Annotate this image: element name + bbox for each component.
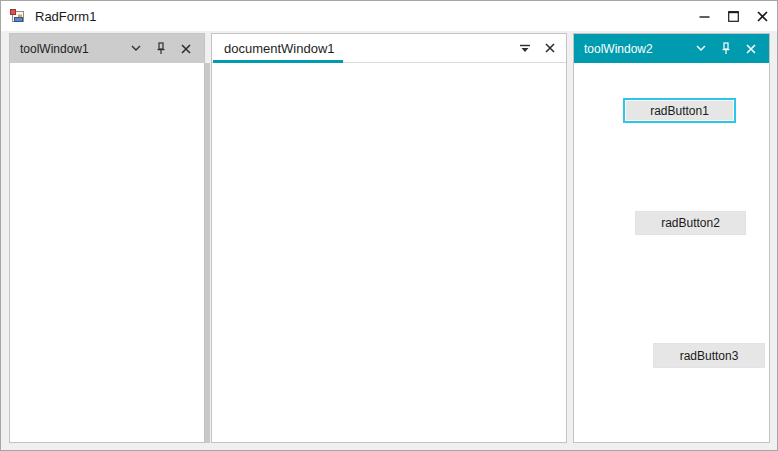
tool-window-1-title: toolWindow1 <box>20 42 123 56</box>
rad-form-window: RadForm1 toolWindow1 <box>0 0 778 451</box>
tool-window-1-header[interactable]: toolWindow1 <box>10 34 204 63</box>
rad-button-3[interactable]: radButton3 <box>653 343 765 368</box>
rad-button-1[interactable]: radButton1 <box>623 98 736 123</box>
tool-window-2-close-button[interactable] <box>738 34 763 63</box>
minimize-button[interactable] <box>690 1 719 31</box>
maximize-button[interactable] <box>719 1 748 31</box>
tool-window-2-content: radButton1 radButton2 radButton3 <box>574 63 769 442</box>
tab-document-window-1[interactable]: documentWindow1 <box>212 34 347 63</box>
close-icon <box>746 44 756 54</box>
window-title: RadForm1 <box>35 9 96 24</box>
close-icon <box>545 43 555 53</box>
chevron-down-icon <box>696 45 706 52</box>
tool-window-2-pin-button[interactable] <box>713 34 738 63</box>
window-position-icon <box>519 44 531 53</box>
document-window-1: documentWindow1 <box>211 33 567 443</box>
app-icon[interactable] <box>9 8 25 24</box>
close-icon <box>757 11 768 22</box>
tool-window-2: toolWindow2 radButton1 radButton2 radBut… <box>573 33 770 443</box>
close-icon <box>181 44 191 54</box>
document-window-1-content <box>212 63 566 442</box>
rad-button-2[interactable]: radButton2 <box>635 211 746 235</box>
document-tab-strip: documentWindow1 <box>212 34 566 63</box>
document-close-button[interactable] <box>537 34 562 63</box>
tool-window-1-pin-button[interactable] <box>148 34 173 63</box>
document-tab-label: documentWindow1 <box>224 41 335 56</box>
pin-icon <box>720 42 732 55</box>
dock-splitter[interactable] <box>205 63 210 443</box>
minimize-icon <box>699 11 710 22</box>
maximize-icon <box>728 11 739 22</box>
tool-window-2-title: toolWindow2 <box>584 42 688 56</box>
tool-window-1-close-button[interactable] <box>173 34 198 63</box>
tool-window-2-header[interactable]: toolWindow2 <box>574 34 769 63</box>
tool-window-1-menu-button[interactable] <box>123 34 148 63</box>
document-window-position-button[interactable] <box>512 34 537 63</box>
close-button[interactable] <box>748 1 777 31</box>
titlebar[interactable]: RadForm1 <box>1 1 777 31</box>
tool-window-2-menu-button[interactable] <box>688 34 713 63</box>
tool-window-1: toolWindow1 <box>9 33 205 443</box>
tool-window-1-content <box>10 63 204 442</box>
pin-icon <box>155 42 167 55</box>
chevron-down-icon <box>131 45 141 52</box>
